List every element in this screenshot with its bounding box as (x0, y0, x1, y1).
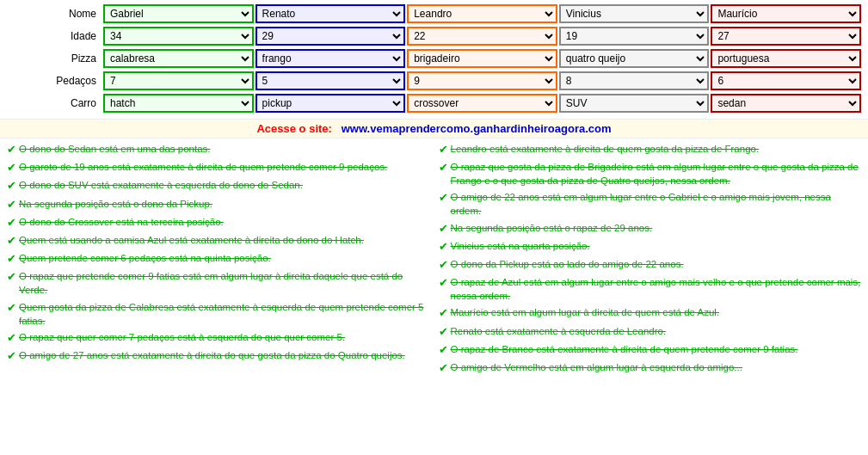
pedacos-col5[interactable]: 6 (711, 71, 861, 91)
pizza-select-col2[interactable]: frango (255, 49, 406, 68)
pedacos-select-col2[interactable]: 5 (255, 71, 406, 90)
check-icon-l1: ✔ (7, 142, 16, 157)
idade-col2[interactable]: 29 (255, 26, 406, 46)
clue-left-9: ✔ Quem gosta da pizza de Calabresa está … (7, 300, 430, 328)
idade-col3[interactable]: 22 (407, 26, 557, 46)
carro-select-col2[interactable]: pickup (255, 94, 406, 113)
clues-right-column: ✔ Leandro está exatamente à direita de q… (439, 142, 862, 378)
nome-col2[interactable]: Renato (255, 3, 406, 24)
promo-url[interactable]: www.vemaprendercomo.ganhardinheiroagora.… (342, 122, 612, 135)
check-icon-l7: ✔ (7, 251, 16, 267)
label-pedacos: Pedaços (7, 71, 102, 91)
clue-left-6: ✔ Quem está usando a camisa Azul está ex… (7, 233, 430, 249)
carro-col2[interactable]: pickup (255, 93, 406, 114)
idade-select-col1[interactable]: 34 (103, 27, 254, 46)
pizza-col2[interactable]: frango (255, 48, 406, 69)
pizza-col1[interactable]: calabresa (103, 48, 254, 69)
nome-select-col2[interactable]: Renato (255, 4, 406, 23)
clue-left-4: ✔ Na segunda posição está o dono da Pick… (7, 197, 430, 212)
clue-text-l4: Na segunda posição está o dono da Pickup… (19, 197, 212, 211)
clue-right-2: ✔ O rapaz que gosta da pizza de Brigadei… (439, 160, 862, 188)
idade-select-col3[interactable]: 22 (407, 27, 557, 46)
nome-select-col1[interactable]: Gabriel (103, 4, 254, 23)
nome-select-col4[interactable]: Vinicius (559, 4, 710, 23)
pedacos-select-col4[interactable]: 8 (559, 71, 710, 90)
clue-left-8: ✔ O rapaz que pretende comer 9 fatias es… (7, 269, 430, 297)
pedacos-select-col5[interactable]: 6 (711, 71, 861, 90)
carro-col4[interactable]: SUV (559, 93, 710, 114)
carro-select-col1[interactable]: hatch (103, 94, 254, 113)
idade-col5[interactable]: 27 (711, 26, 861, 46)
clue-left-10: ✔ O rapaz que quer comer 7 pedaços está … (7, 330, 430, 346)
pedacos-select-col3[interactable]: 9 (407, 71, 557, 90)
clues-section: ✔ O dono do Sedan está em uma das pontas… (0, 142, 868, 378)
data-grid: Nome Gabriel Renato Leandro Vinicius Mau… (0, 0, 868, 117)
clue-text-r10: O rapaz de Branco está exatamente à dire… (451, 342, 798, 356)
check-icon-r9: ✔ (439, 324, 448, 340)
label-idade: Idade (7, 26, 102, 46)
idade-select-col4[interactable]: 19 (559, 27, 710, 46)
carro-select-col3[interactable]: crossover (407, 94, 557, 113)
check-icon-l4: ✔ (7, 197, 16, 212)
pizza-col5[interactable]: portuguesa (711, 48, 861, 69)
clue-text-r11: O amigo de Vermelho está em algum lugar … (451, 360, 742, 374)
clue-right-1: ✔ Leandro está exatamente à direita de q… (439, 142, 862, 157)
idade-select-col2[interactable]: 29 (255, 27, 406, 46)
carro-col3[interactable]: crossover (407, 93, 557, 114)
clue-right-5: ✔ Vinicius está na quarta posição. (439, 239, 862, 255)
nome-select-col5[interactable]: Maurício (711, 4, 861, 23)
check-icon-l3: ✔ (7, 178, 16, 194)
clue-text-r2: O rapaz que gosta da pizza de Brigadeiro… (451, 160, 862, 188)
pedacos-col2[interactable]: 5 (255, 71, 406, 91)
clue-right-7: ✔ O rapaz de Azul está em algum lugar en… (439, 275, 862, 303)
clue-left-7: ✔ Quem pretende comer 6 pedaços está na … (7, 251, 430, 267)
check-icon-l6: ✔ (7, 233, 16, 249)
idade-select-col5[interactable]: 27 (711, 27, 861, 46)
clue-text-l2: O garoto de 19 anos está exatamente à di… (19, 160, 387, 174)
idade-col4[interactable]: 19 (559, 26, 710, 46)
pedacos-col1[interactable]: 7 (103, 71, 254, 91)
clue-left-1: ✔ O dono do Sedan está em uma das pontas… (7, 142, 430, 157)
nome-col4[interactable]: Vinicius (559, 3, 710, 24)
check-icon-l5: ✔ (7, 215, 16, 231)
clue-text-r3: O amigo de 22 anos está em algum lugar e… (451, 190, 862, 218)
pedacos-select-col1[interactable]: 7 (103, 71, 254, 90)
nome-col3[interactable]: Leandro (407, 3, 557, 24)
clue-right-6: ✔ O dono da Pickup está ao lado do amigo… (439, 257, 862, 273)
carro-col5[interactable]: sedan (711, 93, 861, 114)
nome-col1[interactable]: Gabriel (103, 3, 254, 24)
label-carro: Carro (7, 93, 102, 114)
clue-text-l11: O amigo de 27 anos está exatamente à dir… (19, 348, 405, 362)
clue-text-l9: Quem gosta da pizza de Calabresa está ex… (19, 300, 430, 328)
idade-col1[interactable]: 34 (103, 26, 254, 46)
clue-right-3: ✔ O amigo de 22 anos está em algum lugar… (439, 190, 862, 218)
carro-select-col5[interactable]: sedan (711, 94, 861, 113)
pizza-select-col1[interactable]: calabresa (103, 49, 254, 68)
clue-left-5: ✔ O dono do Crossover está na terceira p… (7, 215, 430, 231)
clue-right-9: ✔ Renato está exatamente à esquerda de L… (439, 324, 862, 340)
check-icon-l10: ✔ (7, 330, 16, 346)
nome-col5[interactable]: Maurício (711, 3, 861, 24)
carro-col1[interactable]: hatch (103, 93, 254, 114)
pedacos-col3[interactable]: 9 (407, 71, 557, 91)
check-icon-r5: ✔ (439, 239, 448, 255)
clue-text-r1: Leandro está exatamente à direita de que… (451, 142, 760, 156)
check-icon-l11: ✔ (7, 348, 16, 364)
check-icon-l2: ✔ (7, 160, 16, 175)
pizza-select-col4[interactable]: quatro queijo (559, 49, 710, 68)
check-icon-r4: ✔ (439, 221, 448, 237)
pizza-col4[interactable]: quatro queijo (559, 48, 710, 69)
pizza-select-col3[interactable]: brigadeiro (407, 49, 557, 68)
pedacos-col4[interactable]: 8 (559, 71, 710, 91)
nome-select-col3[interactable]: Leandro (407, 4, 557, 23)
carro-select-col4[interactable]: SUV (559, 94, 710, 113)
check-icon-r2: ✔ (439, 160, 448, 175)
check-icon-r7: ✔ (439, 275, 448, 291)
check-icon-r6: ✔ (439, 257, 448, 273)
check-icon-l8: ✔ (7, 269, 16, 285)
pizza-select-col5[interactable]: portuguesa (711, 49, 861, 68)
clue-left-11: ✔ O amigo de 27 anos está exatamente à d… (7, 348, 430, 364)
pizza-col3[interactable]: brigadeiro (407, 48, 557, 69)
clue-left-2: ✔ O garoto de 19 anos está exatamente à … (7, 160, 430, 175)
clues-left-column: ✔ O dono do Sedan está em uma das pontas… (7, 142, 430, 378)
